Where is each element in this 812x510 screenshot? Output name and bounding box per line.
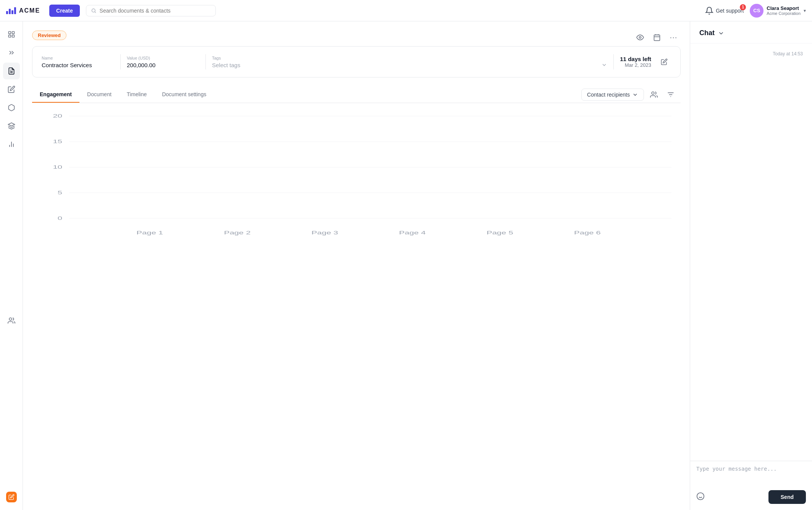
svg-rect-14 [654,35,660,40]
svg-text:Page 5: Page 5 [487,230,513,236]
view-button[interactable] [633,31,647,44]
emoji-button[interactable] [696,492,705,502]
avatar: CS [750,4,763,18]
user-area[interactable]: CS Clara Seaport Acme Corporation ▾ [750,4,806,18]
tab-engagement[interactable]: Engagement [32,87,79,103]
value-input[interactable] [127,62,199,68]
deadline-section: 11 days left Mar 2, 2023 [620,56,651,68]
svg-text:Page 3: Page 3 [312,230,338,236]
svg-text:10: 10 [53,165,63,170]
svg-rect-4 [8,35,11,37]
tab-document-settings[interactable]: Document settings [154,87,214,103]
chat-timestamp: Today at 14:53 [699,51,803,56]
sidebar-item-layers[interactable] [3,118,20,134]
field-divider-1 [120,54,121,69]
support-label: Get support [716,8,744,14]
contact-recipients-label: Contact recipients [587,92,630,98]
filter-button[interactable] [664,88,678,102]
sidebar-item-dashboard[interactable] [3,26,20,43]
sidebar-item-contacts[interactable] [3,312,20,329]
tab-timeline[interactable]: Timeline [119,87,154,103]
calendar-button[interactable] [650,31,664,44]
tab-document[interactable]: Document [79,87,119,103]
svg-point-18 [652,92,654,95]
name-field-group: Name [42,56,114,68]
send-button[interactable]: Send [768,490,806,504]
main-layout: Reviewed ⋯ Name Valu [0,21,812,510]
contact-recipients-chevron-icon [632,92,638,98]
tags-placeholder: Select tags [212,62,598,68]
sidebar-item-analytics[interactable] [3,136,20,153]
svg-text:Page 4: Page 4 [399,230,426,236]
svg-line-1 [95,11,96,13]
chart-area: 0 5 10 15 20 Page 1 Page 2 Page 3 Page 4… [32,103,681,256]
value-label: Value (USD) [127,56,199,60]
tags-label: Tags [212,56,607,60]
tabs: Engagement Document Timeline Document se… [32,87,681,103]
chat-title: Chat [699,29,715,37]
avatar-initials: CS [753,8,760,13]
svg-text:Page 1: Page 1 [136,230,163,236]
tags-field-group: Tags Select tags [212,56,607,68]
sidebar-item-products[interactable] [3,99,20,116]
tags-chevron-icon [601,62,607,68]
logo-bar-1 [6,11,8,14]
svg-text:Page 6: Page 6 [574,230,601,236]
field-divider-3 [613,54,614,69]
chat-header: Chat [690,21,812,44]
search-icon [91,8,97,14]
svg-marker-8 [8,123,15,126]
content-area: Reviewed ⋯ Name Valu [23,21,690,510]
support-button[interactable]: 1 Get support [705,6,744,15]
name-label: Name [42,56,114,60]
sidebar-item-notifications[interactable] [3,489,20,505]
name-input[interactable] [42,62,114,68]
chat-chevron-icon [718,30,725,37]
search-input[interactable] [100,8,211,14]
user-name: Clara Seaport [767,5,801,11]
chat-body: Today at 14:53 [690,44,812,461]
recipients-manage-button[interactable] [647,88,661,102]
deadline-edit-button[interactable] [657,55,671,69]
chat-panel: Chat Today at 14:53 Send [690,21,812,510]
svg-point-38 [697,492,704,499]
svg-rect-5 [12,35,14,37]
search-bar [86,5,216,16]
create-button[interactable]: Create [49,5,80,17]
tags-select[interactable]: Select tags [212,62,607,68]
notification-badge: 1 [740,4,746,10]
days-left-text: 11 days left [620,56,651,62]
document-header: Name Value (USD) Tags Select tags [32,46,681,77]
sidebar-item-expand[interactable] [3,44,20,61]
svg-rect-3 [12,32,14,34]
user-company: Acme Corporation [767,11,801,16]
logo-text: ACME [19,7,40,14]
user-info: Clara Seaport Acme Corporation [767,5,801,16]
logo-icon [6,7,16,14]
svg-text:0: 0 [58,216,62,221]
user-chevron-icon: ▾ [804,8,806,13]
sidebar-item-documents[interactable] [3,63,20,79]
tab-actions: Contact recipients [581,88,681,102]
field-divider-2 [205,54,206,69]
sidebar-item-edit[interactable] [3,81,20,98]
logo-bar-3 [11,10,13,14]
document-panel: Reviewed ⋯ Name Valu [23,21,690,265]
value-field-group: Value (USD) [127,56,199,68]
svg-rect-2 [8,32,11,34]
nav-right: 1 Get support CS Clara Seaport Acme Corp… [705,4,806,18]
sidebar [0,21,23,510]
topnav: ACME Create 1 Get support CS Clara Seapo… [0,0,812,21]
more-options-button[interactable]: ⋯ [667,31,681,44]
deadline-date: Mar 2, 2023 [620,62,651,68]
chat-footer: Send [690,487,812,510]
chat-input-area [690,461,812,487]
bell-icon [705,6,713,15]
svg-text:5: 5 [58,190,62,195]
status-badge: Reviewed [32,31,66,40]
svg-point-0 [92,9,95,12]
chat-input[interactable] [696,466,806,481]
svg-text:Page 2: Page 2 [224,230,251,236]
contact-recipients-button[interactable]: Contact recipients [581,89,644,101]
svg-text:15: 15 [53,139,63,144]
